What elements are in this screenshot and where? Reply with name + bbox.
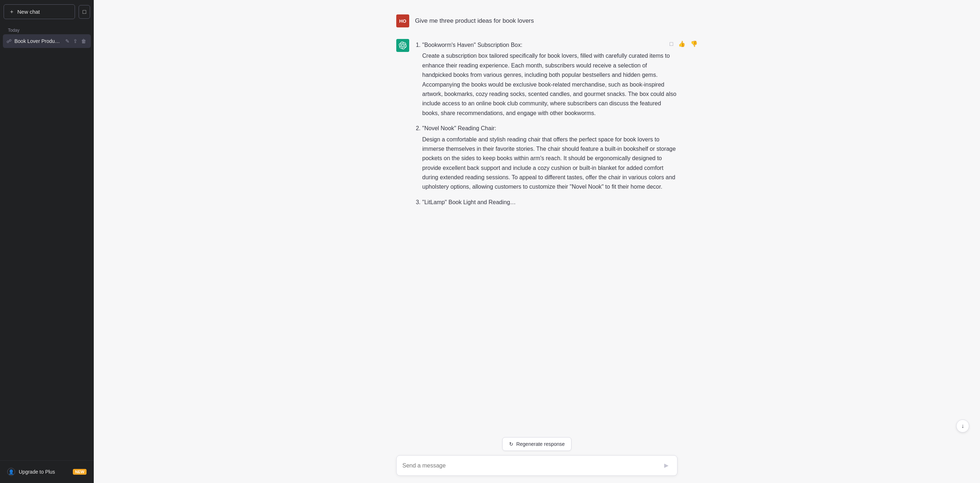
- main-content: HO Give me three product ideas for book …: [94, 0, 980, 483]
- share-chat-button[interactable]: ⇪: [72, 38, 79, 45]
- item-1-title: "Bookworm's Haven" Subscription Box:: [422, 42, 522, 48]
- upgrade-label: Upgrade to Plus: [19, 469, 55, 475]
- openai-logo-icon: [399, 41, 407, 49]
- copy-button[interactable]: □: [668, 39, 675, 49]
- new-chat-label: New chat: [17, 9, 40, 15]
- new-chat-button[interactable]: ＋ New chat: [3, 4, 75, 19]
- item-1-body: Create a subscription box tailored speci…: [422, 51, 678, 118]
- bottom-bar: ↻ Regenerate response ►: [94, 433, 980, 483]
- user-icon: 👤: [7, 468, 15, 476]
- sidebar: ＋ New chat □ Today ☍ Book Lover Product …: [0, 0, 94, 483]
- send-icon: ►: [663, 461, 670, 470]
- plus-icon: ＋: [9, 8, 14, 15]
- sidebar-layout-button[interactable]: □: [79, 5, 90, 19]
- delete-chat-button[interactable]: 🗑: [80, 38, 87, 45]
- message-input[interactable]: [402, 462, 661, 469]
- regenerate-icon: ↻: [509, 441, 514, 447]
- message-input-row: ►: [396, 455, 678, 476]
- user-avatar: HO: [396, 14, 409, 27]
- section-today-label: Today: [3, 25, 91, 34]
- layout-icon: □: [83, 9, 86, 15]
- chat-item-icon: ☍: [6, 38, 11, 44]
- gpt-message-row: "Bookworm's Haven" Subscription Box: Cre…: [375, 33, 699, 218]
- thumbup-button[interactable]: 👍: [677, 39, 687, 49]
- list-item: "Bookworm's Haven" Subscription Box: Cre…: [422, 40, 678, 118]
- chat-area: HO Give me three product ideas for book …: [94, 0, 980, 483]
- list-item: "Novel Nook" Reading Chair: Design a com…: [422, 124, 678, 192]
- user-message-content: Give me three product ideas for book lov…: [415, 14, 678, 27]
- regenerate-label: Regenerate response: [516, 441, 565, 447]
- list-item: "LitLamp" Book Light and Reading…: [422, 198, 678, 207]
- item-2-body: Design a comfortable and stylish reading…: [422, 135, 678, 192]
- new-badge: NEW: [73, 469, 86, 475]
- gpt-avatar: [396, 39, 409, 52]
- response-list: "Bookworm's Haven" Subscription Box: Cre…: [415, 40, 678, 207]
- send-button[interactable]: ►: [661, 460, 671, 471]
- edit-chat-button[interactable]: ✎: [64, 38, 71, 45]
- gpt-response-actions: □ 👍 👎: [668, 39, 699, 49]
- sidebar-header: ＋ New chat □: [0, 0, 94, 24]
- scroll-down-button[interactable]: ↓: [956, 419, 969, 432]
- chat-history: Today ☍ Book Lover Product I ✎ ⇪ 🗑: [0, 24, 94, 460]
- chat-item-label: Book Lover Product I: [14, 38, 61, 44]
- sidebar-footer: 👤 Upgrade to Plus NEW: [0, 460, 94, 483]
- chat-history-item[interactable]: ☍ Book Lover Product I ✎ ⇪ 🗑: [3, 34, 91, 48]
- item-2-title: "Novel Nook" Reading Chair:: [422, 125, 496, 131]
- user-message-row: HO Give me three product ideas for book …: [375, 9, 699, 33]
- thumbdown-button[interactable]: 👎: [689, 39, 699, 49]
- upgrade-to-plus-button[interactable]: 👤 Upgrade to Plus NEW: [3, 465, 90, 479]
- gpt-message-content: "Bookworm's Haven" Subscription Box: Cre…: [415, 39, 678, 213]
- chat-item-actions: ✎ ⇪ 🗑: [64, 38, 87, 45]
- regenerate-button[interactable]: ↻ Regenerate response: [502, 437, 572, 451]
- item-3-title: "LitLamp" Book Light and Reading…: [422, 199, 516, 205]
- scroll-down-icon: ↓: [961, 423, 964, 429]
